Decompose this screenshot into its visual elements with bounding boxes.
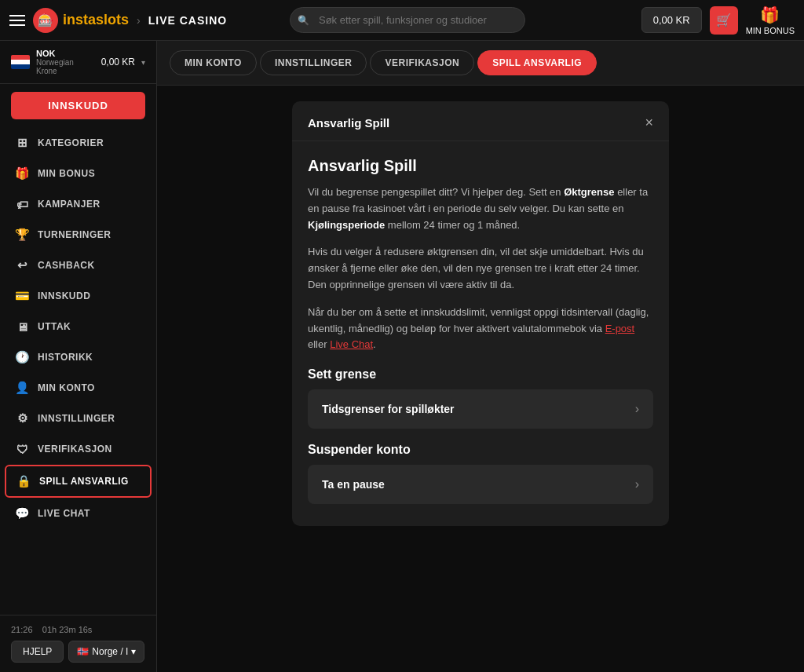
user-icon: 👤 <box>16 381 30 395</box>
sidebar-item-cashback[interactable]: ↩ CASHBACK <box>5 250 152 280</box>
sidebar-item-min-konto[interactable]: 👤 MIN KONTO <box>5 373 152 403</box>
sidebar-item-kategorier[interactable]: ⊞ KATEGORIER <box>5 128 152 158</box>
footer-buttons: HJELP 🇳🇴 Norge / I ▾ <box>11 641 145 663</box>
sidebar-item-turneringer[interactable]: 🏆 TURNERINGER <box>5 220 152 250</box>
settings-icon: ⚙ <box>16 411 30 425</box>
nav-right: 0,00 KR 🛒 🎁 MIN BONUS <box>641 5 795 35</box>
dialog-title: Ansvarlig Spill <box>308 116 389 130</box>
dialog-paragraph-3: Når du ber om å sette et innskuddslimit,… <box>308 305 653 353</box>
currency-code: NOK <box>36 49 95 58</box>
sidebar-item-spill-ansvarlig[interactable]: 🔒 SPILL ANSVARLIG <box>5 465 152 498</box>
sidebar-item-min-bonus[interactable]: 🎁 MIN BONUS <box>5 159 152 188</box>
balance-button[interactable]: 0,00 KR <box>641 7 702 33</box>
currency-selector[interactable]: NOK Norwegian Krone 0,00 KR ▾ <box>0 41 156 84</box>
main-layout: NOK Norwegian Krone 0,00 KR ▾ INNSKUDD ⊞… <box>0 41 804 672</box>
language-button[interactable]: 🇳🇴 Norge / I ▾ <box>68 641 144 663</box>
help-button[interactable]: HJELP <box>11 641 64 663</box>
grense-section-title: Sett grense <box>308 367 653 382</box>
sidebar-item-verifikasjon[interactable]: 🛡 VERIFIKASJON <box>5 434 152 464</box>
time-info: 21:26 01h 23m 16s <box>11 625 145 634</box>
hamburger-menu[interactable] <box>9 15 25 26</box>
chevron-right-icon-2: › <box>635 477 639 491</box>
sidebar-item-kampanjer[interactable]: 🏷 KAMPANJER <box>5 189 152 219</box>
sidebar-item-label: KAMPANJER <box>38 199 100 210</box>
currency-amount: 0,00 KR <box>101 57 135 68</box>
tab-min-konto[interactable]: MIN KONTO <box>170 50 257 75</box>
lock-icon: 🔒 <box>17 474 31 488</box>
currency-info: NOK Norwegian Krone <box>36 49 95 75</box>
tab-bar: MIN KONTO INNSTILLINGER VERIFIKASJON SPI… <box>157 41 804 86</box>
sidebar-item-live-chat[interactable]: 💬 LIVE CHAT <box>5 499 152 528</box>
session-duration: 01h 23m 16s <box>42 625 93 634</box>
sidebar-item-innstillinger[interactable]: ⚙ INNSTILLINGER <box>5 404 152 433</box>
chevron-down-icon: ▾ <box>131 646 136 657</box>
dialog-paragraph-2: Hvis du velger å redusere øktgrensen din… <box>308 244 653 293</box>
sidebar-item-label: TURNERINGER <box>38 229 111 240</box>
sidebar-item-label: VERIFIKASJON <box>38 444 112 455</box>
tab-innstillinger[interactable]: INNSTILLINGER <box>260 50 367 75</box>
lang-label: Norge / I <box>92 646 128 657</box>
search-wrapper <box>290 7 525 33</box>
dialog-overlay: Ansvarlig Spill × Ansvarlig Spill Vil du… <box>157 86 804 672</box>
withdraw-icon: 🖥 <box>16 320 30 334</box>
tidsgrenser-option[interactable]: Tidsgrenser for spilløkter › <box>308 389 653 429</box>
history-icon: 🕐 <box>16 350 30 364</box>
logo[interactable]: 🎰 instaslots <box>33 8 129 33</box>
currency-name: Norwegian Krone <box>36 58 95 75</box>
chevron-down-icon: ▾ <box>141 58 145 67</box>
sidebar-item-innskudd[interactable]: 💳 INNSKUDD <box>5 281 152 311</box>
breadcrumb-arrow: › <box>137 14 141 27</box>
deposit-icon: 💳 <box>16 289 30 303</box>
sidebar-item-historikk[interactable]: 🕐 HISTORIKK <box>5 342 152 372</box>
tidsgrenser-label: Tidsgrenser for spilløkter <box>322 403 455 415</box>
top-navigation: 🎰 instaslots › LIVE CASINO 0,00 KR 🛒 🎁 M… <box>0 0 804 41</box>
tab-spill-ansvarlig[interactable]: SPILL ANSVARLIG <box>477 50 597 75</box>
suspender-section-title: Suspender konto <box>308 443 653 457</box>
cart-icon: 🛒 <box>716 13 732 27</box>
sidebar-item-label: MIN KONTO <box>38 382 95 393</box>
tag-icon: 🏷 <box>16 197 30 211</box>
balance-amount: 0,00 KR <box>653 14 690 26</box>
sidebar-item-label: INNSKUDD <box>38 290 90 301</box>
dialog-body: Ansvarlig Spill Vil du begrense pengespi… <box>292 141 669 526</box>
cashback-icon: ↩ <box>16 258 30 272</box>
close-button[interactable]: × <box>645 115 653 130</box>
tab-verifikasjon[interactable]: VERIFIKASJON <box>370 50 474 75</box>
sidebar-item-label: LIVE CHAT <box>38 508 90 519</box>
responsible-gaming-dialog: Ansvarlig Spill × Ansvarlig Spill Vil du… <box>292 101 669 526</box>
logo-icon: 🎰 <box>33 8 58 33</box>
ta-en-pause-option[interactable]: Ta en pause › <box>308 465 653 504</box>
sidebar-item-label: UTTAK <box>38 321 71 332</box>
email-link[interactable]: E-post <box>605 323 635 334</box>
sidebar-item-label: HISTORIKK <box>38 352 93 363</box>
sidebar-footer: 21:26 01h 23m 16s HJELP 🇳🇴 Norge / I ▾ <box>0 615 156 672</box>
grid-icon: ⊞ <box>16 136 30 150</box>
innskudd-button[interactable]: INNSKUDD <box>11 92 145 119</box>
sidebar-item-label: KATEGORIER <box>38 137 104 148</box>
cart-icon-button[interactable]: 🛒 <box>710 6 738 35</box>
live-chat-link[interactable]: Live Chat <box>330 338 373 350</box>
bonus-button[interactable]: 🎁 MIN BONUS <box>746 5 795 35</box>
bonus-label: MIN BONUS <box>746 26 795 35</box>
gift-icon: 🎁 <box>760 5 780 24</box>
gift-icon: 🎁 <box>16 166 30 181</box>
flag-icon <box>11 55 30 69</box>
sidebar-item-label: MIN BONUS <box>38 168 95 179</box>
sidebar-item-label: INNSTILLINGER <box>38 413 115 424</box>
live-casino-label: LIVE CASINO <box>148 14 227 27</box>
dialog-paragraph-1: Vil du begrense pengespillet ditt? Vi hj… <box>308 184 653 233</box>
main-content: MIN KONTO INNSTILLINGER VERIFIKASJON SPI… <box>157 41 804 672</box>
nav-left: 🎰 instaslots › LIVE CASINO <box>9 8 227 33</box>
chat-icon: 💬 <box>16 506 30 520</box>
flag-icon-small: 🇳🇴 <box>77 646 89 657</box>
ta-en-pause-label: Ta en pause <box>322 478 385 491</box>
sidebar-navigation: ⊞ KATEGORIER 🎁 MIN BONUS 🏷 KAMPANJER 🏆 T… <box>0 127 156 615</box>
logo-text: instaslots <box>63 12 129 28</box>
chevron-right-icon: › <box>635 402 639 416</box>
trophy-icon: 🏆 <box>16 228 30 242</box>
sidebar: NOK Norwegian Krone 0,00 KR ▾ INNSKUDD ⊞… <box>0 41 157 672</box>
sidebar-item-uttak[interactable]: 🖥 UTTAK <box>5 312 152 341</box>
current-time: 21:26 <box>11 625 33 634</box>
dialog-main-title: Ansvarlig Spill <box>308 157 653 175</box>
search-input[interactable] <box>290 7 525 33</box>
